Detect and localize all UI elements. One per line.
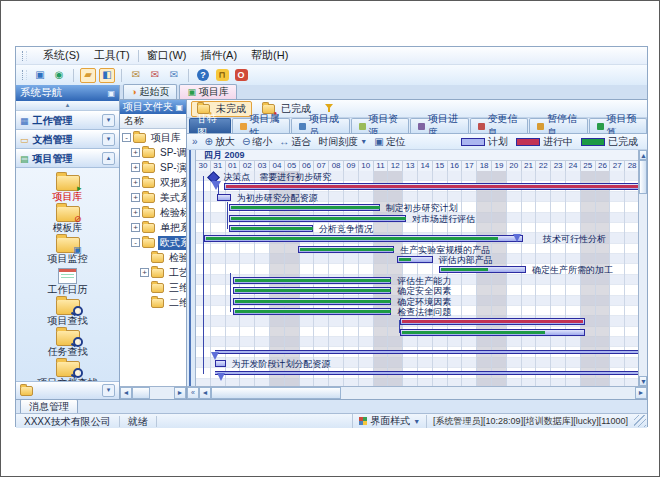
lock-icon[interactable]: ⊓ bbox=[214, 68, 230, 83]
tab-项目成员[interactable]: 项目成员 bbox=[291, 118, 350, 133]
expand-icon[interactable]: + bbox=[131, 148, 140, 157]
scroll-left-icon[interactable]: ◄ bbox=[120, 387, 132, 399]
menu-item-3[interactable]: 窗口(W) bbox=[147, 48, 187, 63]
scroll-down-icon[interactable]: ▼ bbox=[639, 376, 647, 386]
tab-项目库[interactable]: ▣项目库 bbox=[179, 84, 237, 99]
expand-icon[interactable]: + bbox=[131, 178, 140, 187]
tab-项目进度[interactable]: 项目进度 bbox=[410, 118, 469, 133]
task-bar[interactable] bbox=[224, 183, 638, 190]
sidebar-item-项目监控[interactable]: ▣项目监控 bbox=[16, 233, 119, 264]
collapse-left-icon[interactable]: « bbox=[187, 387, 199, 399]
tree-node-项目库[interactable]: -项目库 bbox=[120, 130, 186, 145]
tree-node-检验标准[interactable]: +检验标准 bbox=[120, 205, 186, 220]
folder-manage-icon[interactable]: ▰ bbox=[80, 68, 96, 83]
resize-grip[interactable] bbox=[634, 415, 646, 427]
task-bar[interactable] bbox=[439, 266, 526, 273]
summary-line[interactable] bbox=[215, 350, 638, 354]
chevron-down-icon[interactable]: ▾ bbox=[102, 384, 115, 397]
gantt-vertical-scrollbar[interactable]: ▲ ▼ bbox=[638, 150, 647, 386]
zoom-out-button[interactable]: ⊖缩小 bbox=[242, 135, 272, 149]
tree-node-工艺文件[interactable]: +工艺文件 bbox=[120, 265, 186, 280]
collapse-icon[interactable]: - bbox=[122, 133, 131, 142]
scroll-thumb[interactable] bbox=[639, 160, 647, 194]
time-scale-button[interactable]: 时间刻度▼ bbox=[318, 135, 367, 149]
task-bar[interactable] bbox=[233, 287, 391, 294]
expand-icon[interactable]: + bbox=[131, 208, 140, 217]
sidebar-collapse-strip[interactable]: ▴ bbox=[16, 101, 119, 111]
sidebar-group-3[interactable]: ▤项目管理▴ bbox=[16, 149, 119, 168]
expand-icon[interactable]: + bbox=[140, 268, 149, 277]
task-bar[interactable] bbox=[233, 277, 391, 284]
sidebar-item-任务查找[interactable]: 任务查找 bbox=[16, 326, 119, 357]
expand-icon[interactable]: + bbox=[131, 163, 140, 172]
exit-icon[interactable]: O bbox=[233, 68, 249, 83]
fit-button[interactable]: ↔适合 bbox=[279, 135, 311, 149]
toolbar-overflow-chevron[interactable]: » bbox=[192, 136, 198, 147]
web-icon[interactable]: ◉ bbox=[51, 68, 67, 83]
locate-button[interactable]: ▣定位 bbox=[374, 135, 405, 149]
tab-起始页[interactable]: ◑起始页 bbox=[123, 84, 177, 99]
menu-item-4[interactable]: 插件(A) bbox=[200, 48, 237, 63]
summary-line[interactable] bbox=[215, 371, 638, 375]
pin-icon[interactable]: ▣ bbox=[107, 89, 115, 98]
menu-item-5[interactable]: 帮助(H) bbox=[251, 48, 288, 63]
tree-horizontal-scrollbar[interactable]: ◄ ► bbox=[120, 386, 186, 399]
task-bar[interactable] bbox=[233, 298, 391, 305]
chevron-icon[interactable]: ▾ bbox=[102, 133, 115, 146]
tree-node-三维文件[interactable]: 三维文件 bbox=[120, 280, 186, 295]
expand-icon[interactable]: + bbox=[131, 223, 140, 232]
tree-node-单把系列[interactable]: +单把系列 bbox=[120, 220, 186, 235]
menu-item-1[interactable]: 系统(S) bbox=[43, 48, 80, 63]
sidebar-group-1[interactable]: ▦工作管理▾ bbox=[16, 111, 119, 130]
task-bar[interactable] bbox=[400, 329, 585, 336]
tab-message-manage[interactable]: 消息管理 bbox=[20, 399, 78, 413]
interface-style-button[interactable]: 界面样式 ▼ bbox=[352, 414, 426, 428]
tab-变更信息[interactable]: 变更信息 bbox=[470, 118, 529, 133]
zoom-in-button[interactable]: ⊕放大 bbox=[205, 135, 235, 149]
system-icon[interactable]: ▣ bbox=[32, 68, 48, 83]
menu-item-2[interactable]: 工具(T) bbox=[94, 48, 130, 63]
task-bar[interactable] bbox=[298, 246, 394, 253]
sidebar-item-项目查找[interactable]: 项目查找 bbox=[16, 295, 119, 326]
tree-node-SP-调试机系列[interactable]: +SP-调试机系列 bbox=[120, 145, 186, 160]
tab-项目资源[interactable]: 项目资源 bbox=[351, 118, 410, 133]
scroll-right-icon[interactable]: ► bbox=[635, 387, 647, 399]
pin-icon[interactable]: ▣ bbox=[175, 103, 183, 112]
collapse-icon[interactable]: - bbox=[131, 238, 140, 247]
sidebar-item-模板库[interactable]: ⊘模板库 bbox=[16, 202, 119, 233]
task-bar[interactable] bbox=[229, 215, 407, 222]
sidebar-item-项目库[interactable]: ▸项目库 bbox=[16, 171, 119, 202]
gantt-horizontal-scrollbar[interactable]: « ◄ ► bbox=[187, 386, 647, 399]
sidebar-item-项目文档查找[interactable]: 项目文档查找 bbox=[16, 357, 119, 381]
window-layout-icon[interactable]: ◧ bbox=[99, 68, 115, 83]
tree-node-二维文件[interactable]: 二维文件 bbox=[120, 295, 186, 310]
mail-receive-icon[interactable]: ✉ bbox=[166, 68, 182, 83]
tree-node-欧式系列[interactable]: -欧式系列 bbox=[120, 235, 186, 250]
task-bar[interactable] bbox=[229, 225, 313, 232]
tab-项目属性[interactable]: 项目属性 bbox=[232, 118, 291, 133]
tree-node-SP-演示机系列[interactable]: +SP-演示机系列 bbox=[120, 160, 186, 175]
task-bar[interactable] bbox=[215, 360, 225, 367]
mail-icon[interactable]: ✉ bbox=[128, 68, 144, 83]
tree-node-美式系列[interactable]: +美式系列 bbox=[120, 190, 186, 205]
scroll-thumb[interactable] bbox=[132, 387, 150, 399]
sidebar-bottom-group[interactable]: ▾ bbox=[16, 381, 119, 399]
task-bar[interactable] bbox=[229, 204, 380, 211]
tree-node-检验文件[interactable]: 检验文件 bbox=[120, 250, 186, 265]
task-bar[interactable] bbox=[233, 308, 391, 315]
task-bar[interactable] bbox=[400, 318, 585, 325]
tab-项目预算[interactable]: 项目预算 bbox=[589, 118, 648, 133]
task-bar[interactable] bbox=[397, 256, 433, 263]
scroll-up-icon[interactable]: ▲ bbox=[639, 150, 647, 160]
tree-node-双把系列[interactable]: +双把系列 bbox=[120, 175, 186, 190]
task-bar[interactable] bbox=[204, 235, 523, 242]
tab-甘特图[interactable]: 甘特图 bbox=[189, 118, 231, 133]
expand-icon[interactable]: + bbox=[131, 193, 140, 202]
tab-暂停信息[interactable]: 暂停信息 bbox=[529, 118, 588, 133]
scroll-right-icon[interactable]: ► bbox=[174, 387, 186, 399]
scroll-thumb[interactable] bbox=[211, 387, 341, 399]
help-icon[interactable]: ? bbox=[195, 68, 211, 83]
sidebar-item-工作日历[interactable]: 工作日历 bbox=[16, 264, 119, 295]
sidebar-group-2[interactable]: ▭文档管理▾ bbox=[16, 130, 119, 149]
task-bar[interactable] bbox=[217, 194, 230, 201]
